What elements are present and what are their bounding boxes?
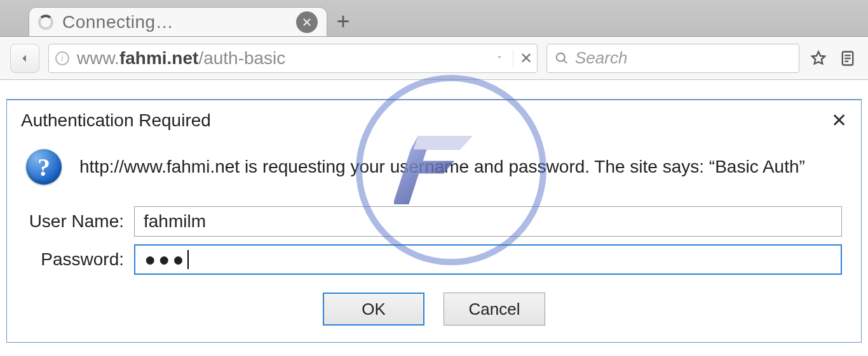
url-dropdown-icon[interactable] bbox=[494, 53, 505, 64]
site-info-icon[interactable]: i bbox=[55, 51, 69, 65]
ok-button[interactable]: OK bbox=[323, 293, 424, 326]
tab-connecting[interactable]: Connecting… bbox=[29, 7, 327, 36]
bookmark-star-button[interactable] bbox=[808, 49, 829, 67]
browser-window: Connecting… + i www.fahmi.net/auth-basic… bbox=[0, 0, 868, 356]
auth-dialog: Authentication Required ✕ ? http://www.f… bbox=[6, 99, 862, 343]
url-prefix: www. bbox=[77, 48, 119, 68]
username-label: User Name: bbox=[26, 211, 134, 232]
tab-title: Connecting… bbox=[62, 12, 287, 32]
url-path: /auth-basic bbox=[198, 48, 285, 68]
dialog-button-row: OK Cancel bbox=[7, 279, 861, 326]
question-icon: ? bbox=[26, 149, 62, 185]
search-placeholder: Search bbox=[575, 48, 627, 68]
url-host: fahmi.net bbox=[119, 48, 198, 68]
username-row: User Name: bbox=[7, 202, 861, 241]
loading-throbber-icon bbox=[38, 15, 53, 30]
back-button[interactable] bbox=[10, 44, 39, 73]
password-input[interactable]: ●●● bbox=[134, 244, 842, 275]
dialog-title: Authentication Required bbox=[21, 110, 211, 131]
tab-strip: Connecting… + bbox=[0, 0, 868, 37]
tab-close-button[interactable] bbox=[296, 11, 318, 33]
dialog-body: ? http://www.fahmi.net is requesting you… bbox=[7, 138, 861, 202]
dialog-close-button[interactable]: ✕ bbox=[831, 109, 847, 131]
search-icon bbox=[555, 51, 569, 65]
password-label: Password: bbox=[26, 249, 134, 270]
username-input[interactable] bbox=[134, 206, 842, 237]
text-cursor bbox=[187, 250, 189, 269]
search-bar[interactable]: Search bbox=[546, 44, 799, 73]
password-row: Password: ●●● bbox=[7, 241, 861, 279]
reading-list-button[interactable] bbox=[837, 49, 858, 67]
dialog-message: http://www.fahmi.net is requesting your … bbox=[79, 155, 805, 179]
new-tab-button[interactable]: + bbox=[327, 7, 359, 36]
password-masked: ●●● bbox=[144, 249, 186, 270]
cancel-button[interactable]: Cancel bbox=[444, 293, 545, 326]
nav-toolbar: i www.fahmi.net/auth-basic ✕ Search bbox=[0, 37, 868, 80]
dialog-header: Authentication Required ✕ bbox=[7, 100, 861, 138]
url-clear-button[interactable]: ✕ bbox=[513, 49, 531, 67]
url-bar[interactable]: i www.fahmi.net/auth-basic ✕ bbox=[48, 44, 538, 73]
url-text: www.fahmi.net/auth-basic bbox=[77, 48, 486, 69]
